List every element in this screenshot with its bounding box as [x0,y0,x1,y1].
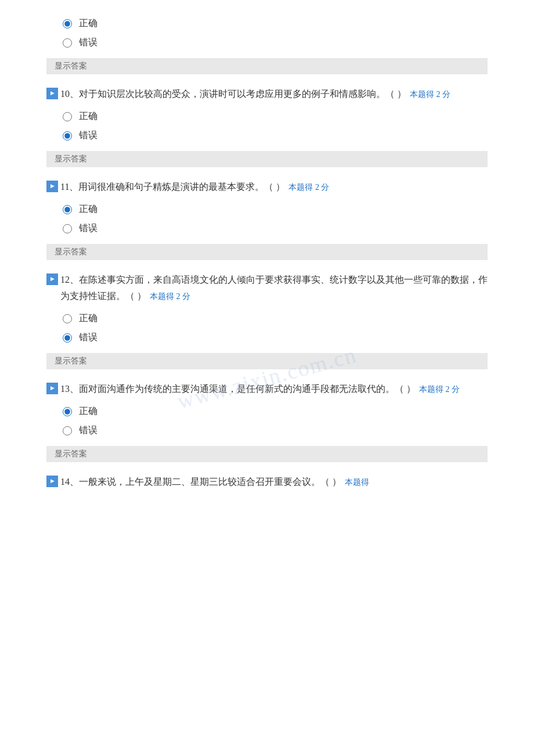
score-label-10: 本题得 2 分 [410,90,450,99]
option-label: 错误 [79,222,98,235]
options-block-10: 正确 错误 [63,110,488,142]
question-text-13: 13、面对面沟通作为传统的主要沟通渠道，是任何新式的沟通手段都无法取代的。（ ）… [60,381,488,397]
score-label-12: 本题得 2 分 [150,292,190,301]
option-label: 正确 [79,110,98,123]
question-block-13: 13、面对面沟通作为传统的主要沟通渠道，是任何新式的沟通手段都无法取代的。（ ）… [46,381,488,474]
radio-wrong-13[interactable] [63,426,72,435]
option-label: 错误 [79,332,98,344]
question-icon-13 [46,383,58,394]
option-label: 错误 [79,424,98,437]
question-block-12: 12、在陈述事实方面，来自高语境文化的人倾向于要求获得事实、统计数字以及其他一些… [46,272,488,381]
options-block-13: 正确 错误 [63,405,488,437]
question-header-11: 11、用词很准确和句子精炼是演讲的最基本要求。（ ）本题得 2 分 [46,179,488,195]
options-block-12: 正确 错误 [63,312,488,344]
radio-correct-12[interactable] [63,314,72,323]
option-label: 错误 [79,37,98,49]
question-header-10: 10、对于知识层次比较高的受众，演讲时可以考虑应用更多的例子和情感影响。（ ）本… [46,86,488,102]
question-text-14: 14、一般来说，上午及星期二、星期三比较适合召开重要会议。（ ）本题得 [60,474,488,490]
option-label: 正确 [79,203,98,215]
option-item: 错误 [63,332,488,344]
radio-wrong-11[interactable] [63,224,72,233]
option-item: 错误 [63,222,488,235]
show-answer-button-13[interactable]: 显示答案 [46,446,488,462]
option-item: 正确 [63,203,488,215]
question-icon-14 [46,476,58,487]
question-block-11: 11、用词很准确和句子精炼是演讲的最基本要求。（ ）本题得 2 分 正确 错误 … [46,179,488,272]
show-answer-button-11[interactable]: 显示答案 [46,244,488,260]
question-header-14: 14、一般来说，上午及星期二、星期三比较适合召开重要会议。（ ）本题得 [46,474,488,490]
radio-correct-11[interactable] [63,205,72,214]
option-item: 错误 [63,424,488,437]
question-icon-12 [46,273,58,285]
question-header-12: 12、在陈述事实方面，来自高语境文化的人倾向于要求获得事实、统计数字以及其他一些… [46,272,488,304]
question-header-13: 13、面对面沟通作为传统的主要沟通渠道，是任何新式的沟通手段都无法取代的。（ ）… [46,381,488,397]
option-item: 错误 [63,37,488,49]
question-block-10: 10、对于知识层次比较高的受众，演讲时可以考虑应用更多的例子和情感影响。（ ）本… [46,86,488,179]
score-label-13: 本题得 2 分 [419,385,460,394]
radio-correct-prev[interactable] [63,19,72,28]
option-label: 正确 [79,17,98,30]
radio-correct-10[interactable] [63,112,72,121]
radio-correct-13[interactable] [63,407,72,416]
radio-wrong-10[interactable] [63,131,72,141]
score-label-11: 本题得 2 分 [288,183,329,192]
option-label: 正确 [79,405,98,417]
option-item: 错误 [63,129,488,142]
question-block-14: 14、一般来说，上午及星期二、星期三比较适合召开重要会议。（ ）本题得 [46,474,488,490]
option-label: 错误 [79,129,98,142]
question-text-10: 10、对于知识层次比较高的受众，演讲时可以考虑应用更多的例子和情感影响。（ ）本… [60,86,488,102]
question-block-prev: 正确 错误 显示答案 [46,17,488,86]
radio-wrong-prev[interactable] [63,38,72,48]
question-text-12: 12、在陈述事实方面，来自高语境文化的人倾向于要求获得事实、统计数字以及其他一些… [60,272,488,304]
show-answer-button-prev[interactable]: 显示答案 [46,58,488,74]
show-answer-button-10[interactable]: 显示答案 [46,151,488,167]
question-icon-10 [46,88,58,99]
options-block-11: 正确 错误 [63,203,488,235]
question-icon-11 [46,181,58,192]
page-container: 正确 错误 显示答案 10、对于知识层次比较高的受众，演讲时可以考虑应用更多的例… [0,0,534,516]
option-item: 正确 [63,312,488,325]
option-label: 正确 [79,312,98,325]
question-text-11: 11、用词很准确和句子精炼是演讲的最基本要求。（ ）本题得 2 分 [60,179,488,195]
show-answer-button-12[interactable]: 显示答案 [46,353,488,369]
radio-wrong-12[interactable] [63,333,72,343]
option-item: 正确 [63,110,488,123]
options-block-prev: 正确 错误 [63,17,488,49]
score-label-14: 本题得 [345,478,369,487]
option-item: 正确 [63,405,488,417]
option-item: 正确 [63,17,488,30]
